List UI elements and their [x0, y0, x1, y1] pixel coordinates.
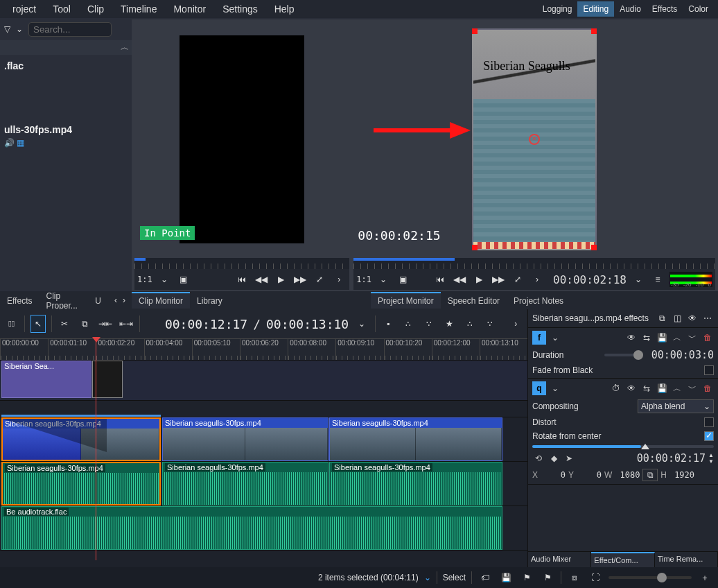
project-monitor-view[interactable]: Siberian Seagulls 00:00:02:15: [353, 22, 715, 257]
eye-icon[interactable]: 👁: [625, 331, 638, 344]
tab-effects[interactable]: Effects: [0, 292, 39, 309]
audio-clip[interactable]: Be audiotrack.flac: [1, 506, 502, 550]
x-value[interactable]: 0: [539, 470, 566, 480]
bin-item[interactable]: .flac: [0, 55, 132, 77]
tab-audio-mixer[interactable]: Audio Mixer: [528, 552, 591, 567]
tab-project-notes[interactable]: Project Notes: [507, 292, 570, 309]
compositing-select[interactable]: Alpha blend⌄: [638, 399, 714, 413]
transform-center-handle[interactable]: [529, 134, 540, 145]
menu-icon[interactable]: ⋯: [701, 312, 714, 325]
transform-handle-br[interactable]: [591, 245, 597, 250]
video-clip[interactable]: Siberian seagulls-30fps.mp4: [162, 417, 329, 461]
flag-icon[interactable]: ⚑: [519, 570, 534, 585]
transport-next[interactable]: ›: [529, 272, 545, 287]
audio-clip[interactable]: Siberian seagulls-30fps.mp4: [162, 462, 329, 505]
ruler-tick[interactable]: 00:00:02:20: [96, 339, 143, 360]
menu-project[interactable]: roject: [4, 3, 44, 15]
menu-settings[interactable]: Settings: [214, 3, 266, 15]
ripple-icon[interactable]: ⇥⇤: [98, 315, 113, 333]
chevron-right-icon[interactable]: ›: [509, 315, 523, 333]
sequence-clip[interactable]: Siberian Sea...: [1, 361, 91, 398]
crop-icon[interactable]: ⤢: [312, 272, 327, 287]
effect-toggle[interactable]: f: [532, 331, 546, 345]
move-up-icon[interactable]: ︿: [671, 382, 683, 395]
project-monitor-frame[interactable]: Siberian Seagulls: [472, 28, 597, 250]
ruler-tick[interactable]: 00:00:10:20: [384, 339, 432, 360]
chevron-down-icon[interactable]: ⌄: [157, 272, 172, 287]
proj-zoom-ratio[interactable]: 1:1: [356, 275, 371, 284]
menu-timeline[interactable]: Timeline: [112, 3, 165, 15]
effect-toggle[interactable]: q: [532, 381, 546, 395]
video-clip[interactable]: Siberian seagulls-30fps.mp4: [329, 417, 502, 461]
workspace-audio[interactable]: Audio: [614, 1, 647, 17]
chevron-down-icon[interactable]: ⌄: [549, 382, 561, 395]
collapse-icon[interactable]: ︿: [121, 42, 129, 53]
workspace-logging[interactable]: Logging: [537, 1, 578, 17]
color-dots-icon[interactable]: ∴: [462, 315, 477, 333]
tab-clip-monitor[interactable]: Clip Monitor: [132, 292, 190, 309]
flag-icon[interactable]: ⚑: [540, 570, 555, 585]
tc-spinner[interactable]: ▲▼: [708, 452, 714, 465]
fit-icon[interactable]: ⛶: [588, 570, 603, 585]
stopwatch-icon[interactable]: ⏱: [610, 382, 622, 395]
tag-icon[interactable]: 🏷: [478, 570, 493, 585]
duration-slider[interactable]: [604, 354, 643, 356]
favorite-icon[interactable]: ★: [442, 315, 457, 333]
ruler-tick[interactable]: 00:00:05:10: [192, 339, 240, 360]
fullscreen-icon[interactable]: ▣: [395, 272, 410, 287]
clip-monitor-view[interactable]: In Point: [134, 22, 349, 257]
copy-icon[interactable]: ⧉: [656, 312, 668, 325]
video-clip[interactable]: Siberian seagulls-30fps.mp4: [1, 417, 161, 461]
roll-icon[interactable]: ⇤⇥: [119, 315, 134, 333]
transport-start[interactable]: ⏮: [432, 272, 448, 287]
chevron-down-icon[interactable]: ⌄: [549, 331, 561, 344]
timeline-playhead-tc[interactable]: 00:00:12:17: [165, 317, 247, 331]
kf-timecode[interactable]: 00:00:02:17: [637, 452, 706, 465]
timeline-ruler[interactable]: 00:00:00:0000:00:01:1000:00:02:2000:00:0…: [0, 338, 527, 361]
tabs-scroll-left[interactable]: ‹: [112, 295, 119, 305]
menu-monitor[interactable]: Monitor: [165, 3, 214, 15]
y-value[interactable]: 0: [575, 470, 602, 480]
color-dots-icon[interactable]: ∴: [401, 315, 416, 333]
search-input[interactable]: [28, 22, 112, 37]
workspace-editing[interactable]: Editing: [577, 1, 614, 17]
move-down-icon[interactable]: ﹀: [686, 331, 699, 344]
h-value[interactable]: 1920: [668, 470, 694, 480]
ruler-tick[interactable]: 00:00:09:10: [335, 339, 383, 360]
keyframe-slider[interactable]: [532, 445, 714, 448]
transport-rew[interactable]: ◀◀: [254, 272, 269, 287]
ruler-tick[interactable]: 00:00:13:10: [480, 339, 527, 360]
transport-ff[interactable]: ▶▶: [292, 272, 308, 287]
bin-item[interactable]: ulls-30fps.mp4 🔊 ▦: [0, 119, 132, 153]
workspace-effects[interactable]: Effects: [647, 1, 683, 17]
chevron-down-icon[interactable]: ⌄: [16, 24, 23, 34]
link-wh-icon[interactable]: ⧉: [642, 469, 658, 481]
zoom-slider[interactable]: [608, 576, 692, 579]
marker-icon[interactable]: ▪: [380, 315, 395, 333]
transport-play[interactable]: ▶: [273, 272, 288, 287]
tab-u[interactable]: U: [88, 292, 108, 309]
project-monitor-scrub[interactable]: [353, 258, 715, 269]
snap-icon[interactable]: ⧈: [567, 570, 582, 585]
save-icon[interactable]: 💾: [656, 382, 668, 395]
eye-icon[interactable]: 👁: [686, 312, 699, 325]
kf-add-icon[interactable]: ◆: [548, 452, 560, 465]
transport-play[interactable]: ▶: [471, 272, 487, 287]
tabs-scroll-right[interactable]: ›: [121, 295, 128, 305]
chevron-down-icon[interactable]: ⌄: [354, 315, 369, 333]
rotate-checkbox[interactable]: [704, 431, 714, 441]
composition-indicator[interactable]: [1, 415, 161, 417]
distort-checkbox[interactable]: [704, 417, 714, 427]
transform-handle-tr[interactable]: [591, 28, 597, 34]
color-dots-icon[interactable]: ∵: [482, 315, 497, 333]
fade-checkbox[interactable]: [704, 365, 714, 375]
razor-icon[interactable]: ✂⃒: [4, 315, 19, 333]
ruler-tick[interactable]: 00:00:06:20: [240, 339, 288, 360]
crop-icon[interactable]: ⤢: [510, 272, 525, 287]
ruler-tick[interactable]: 00:00:12:00: [432, 339, 480, 360]
select-tool[interactable]: ↖: [30, 315, 45, 333]
keyframe-icon[interactable]: ⇆: [640, 382, 653, 395]
transport-rew[interactable]: ◀◀: [452, 272, 467, 287]
audio-clip[interactable]: Siberian seagulls-30fps.mp4: [1, 462, 161, 505]
transport-ff[interactable]: ▶▶: [491, 272, 506, 287]
